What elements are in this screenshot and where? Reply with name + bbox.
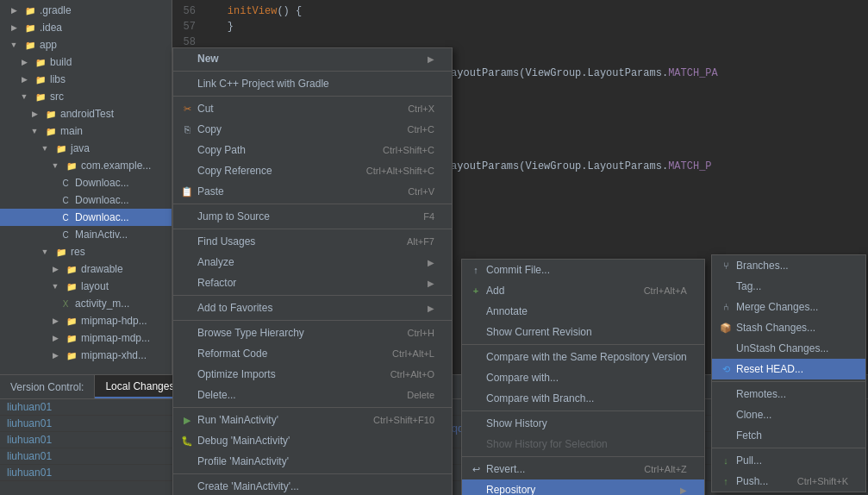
file-icon: C: [59, 193, 72, 207]
folder-icon: 📁: [65, 159, 78, 172]
menu-item-commit-file[interactable]: ↑ Commit File...: [462, 260, 704, 280]
menu-item-reset-head[interactable]: ⟲ Reset HEAD...: [712, 359, 865, 379]
tree-item-download3[interactable]: C Downloac...: [0, 209, 172, 226]
tree-item-idea[interactable]: ▶ 📁 .idea: [0, 19, 172, 36]
tree-item-activity-m[interactable]: X activity_m...: [0, 295, 172, 312]
menu-item-revert[interactable]: ↩ Revert... Ctrl+Alt+Z: [462, 459, 704, 479]
menu-label: Copy: [197, 123, 222, 135]
tree-item-res[interactable]: ▼ 📁 res: [0, 243, 172, 260]
menu-item-find-usages[interactable]: Find Usages Alt+F7: [173, 231, 452, 252]
menu-item-run[interactable]: ▶ Run 'MainActivity' Ctrl+Shift+F10: [173, 410, 452, 430]
menu-label: UnStash Changes...: [736, 342, 828, 354]
menu-item-pull[interactable]: ↓ Pull...: [712, 450, 865, 471]
menu-item-remotes[interactable]: Remotes...: [712, 384, 865, 404]
menu-label: Merge Changes...: [736, 301, 818, 313]
tree-label: main: [60, 125, 83, 137]
menu-item-link-cpp[interactable]: Link C++ Project with Gradle: [173, 73, 452, 94]
menu-item-paste[interactable]: 📋 Paste Ctrl+V: [173, 181, 452, 202]
code-line: 57 }: [172, 19, 868, 34]
menu-item-copy-path[interactable]: Copy Path Ctrl+Shift+C: [173, 140, 452, 160]
shortcut-label: Ctrl+Shift+C: [383, 145, 434, 155]
menu-item-show-rev[interactable]: Show Current Revision: [462, 322, 704, 342]
run-icon: ▶: [180, 413, 194, 427]
shortcut-label: Ctrl+X: [408, 103, 434, 114]
shortcut-label: Alt+F7: [407, 236, 434, 247]
menu-item-copy[interactable]: ⎘ Copy Ctrl+C: [173, 119, 452, 140]
empty-icon: [180, 347, 194, 360]
folder-icon: 📁: [54, 245, 68, 259]
tree-item-src[interactable]: ▼ 📁 src: [0, 88, 172, 105]
menu-item-push[interactable]: ↑ Push... Ctrl+Shift+K: [712, 471, 865, 492]
menu-item-merge-changes[interactable]: ⑃ Merge Changes...: [712, 297, 865, 317]
tree-item-build[interactable]: ▶ 📁 build: [0, 53, 172, 71]
menu-label: Link C++ Project with Gradle: [197, 78, 329, 90]
tree-item-mipmap-xhd[interactable]: ▶ 📁 mipmap-xhd...: [0, 347, 172, 364]
folder-icon: 📁: [23, 38, 37, 52]
menu-item-add[interactable]: + Add Ctrl+Alt+A: [462, 280, 704, 301]
menu-item-branches[interactable]: ⑂ Branches...: [712, 255, 865, 276]
file-icon: C: [59, 228, 72, 241]
profile-icon: [180, 454, 194, 468]
menu-item-fetch[interactable]: Fetch: [712, 425, 865, 446]
menu-item-create-main[interactable]: Create 'MainActivity'...: [173, 476, 452, 495]
tree-label: src: [50, 91, 64, 103]
tree-item-java[interactable]: ▼ 📁 java: [0, 140, 172, 157]
create-icon: [180, 479, 194, 493]
pull-icon: ↓: [719, 454, 733, 467]
menu-item-compare-branch[interactable]: Compare with Branch...: [462, 388, 704, 409]
empty-icon: [180, 164, 194, 178]
menu-label: Add to Favorites: [197, 302, 272, 314]
tree-label: res: [71, 246, 85, 258]
menu-item-stash-changes[interactable]: 📦 Stash Changes...: [712, 317, 865, 338]
tab-version-control[interactable]: Version Control:: [0, 375, 95, 398]
menu-item-repository[interactable]: Repository ▶: [462, 479, 704, 495]
menu-label: Tag...: [736, 280, 761, 292]
menu-item-profile[interactable]: Profile 'MainActivity': [173, 451, 452, 472]
menu-item-analyze[interactable]: Analyze ▶: [173, 252, 452, 273]
menu-item-clone[interactable]: Clone...: [712, 404, 865, 425]
tree-item-layout[interactable]: ▼ 📁 layout: [0, 278, 172, 295]
tree-item-mainactiv[interactable]: C MainActiv...: [0, 226, 172, 243]
menu-item-delete[interactable]: Delete... Delete: [173, 385, 452, 405]
tree-item-mipmap-mdp[interactable]: ▶ 📁 mipmap-mdp...: [0, 329, 172, 347]
tree-item-drawable[interactable]: ▶ 📁 drawable: [0, 260, 172, 278]
tree-item-download1[interactable]: C Downloac...: [0, 174, 172, 191]
menu-item-browse-type[interactable]: Browse Type Hierarchy Ctrl+H: [173, 323, 452, 343]
tree-item-download2[interactable]: C Downloac...: [0, 191, 172, 209]
tree-item-mipmap-hdp[interactable]: ▶ 📁 mipmap-hdp...: [0, 312, 172, 329]
menu-item-optimize-imports[interactable]: Optimize Imports Ctrl+Alt+O: [173, 364, 452, 385]
tree-item-gradle[interactable]: ▶ 📁 .gradle: [0, 2, 172, 19]
tree-item-androidtest[interactable]: ▶ 📁 androidTest: [0, 105, 172, 122]
menu-item-compare-same[interactable]: Compare with the Same Repository Version: [462, 347, 704, 367]
submenu-arrow: ▶: [428, 54, 434, 64]
menu-item-show-history-sel[interactable]: Show History for Selection: [462, 434, 704, 454]
menu-item-tag[interactable]: Tag...: [712, 276, 865, 297]
menu-label: Repository: [486, 484, 535, 495]
tree-item-libs[interactable]: ▶ 📁 libs: [0, 71, 172, 88]
menu-item-refactor[interactable]: Refactor ▶: [173, 273, 452, 293]
tree-item-main[interactable]: ▼ 📁 main: [0, 122, 172, 140]
file-icon: C: [59, 176, 72, 190]
menu-item-debug[interactable]: 🐛 Debug 'MainActivity': [173, 430, 452, 451]
tree-item-app[interactable]: ▼ 📁 app: [0, 36, 172, 53]
tree-item-com-example[interactable]: ▼ 📁 com.example...: [0, 157, 172, 174]
menu-label: Optimize Imports: [197, 368, 276, 380]
menu-item-unstash-changes[interactable]: UnStash Changes...: [712, 338, 865, 359]
menu-item-add-fav[interactable]: Add to Favorites ▶: [173, 298, 452, 318]
menu-separator: [173, 320, 452, 321]
paste-icon: 📋: [180, 185, 194, 198]
menu-item-compare-with[interactable]: Compare with...: [462, 367, 704, 388]
menu-item-annotate[interactable]: Annotate: [462, 301, 704, 322]
menu-item-copy-ref[interactable]: Copy Reference Ctrl+Alt+Shift+C: [173, 160, 452, 181]
menu-item-jump[interactable]: Jump to Source F4: [173, 206, 452, 227]
menu-label: Run 'MainActivity': [197, 414, 278, 426]
tree-label: mipmap-mdp...: [81, 332, 150, 344]
menu-item-show-history[interactable]: Show History: [462, 413, 704, 434]
menu-item-new[interactable]: New ▶: [173, 48, 452, 69]
shortcut-label: F4: [423, 211, 434, 222]
menu-item-cut[interactable]: ✂ Cut Ctrl+X: [173, 98, 452, 119]
collapse-arrow: ▶: [48, 262, 62, 276]
menu-item-reformat[interactable]: Reformat Code Ctrl+Alt+L: [173, 343, 452, 364]
menu-label: Delete...: [197, 389, 236, 401]
menu-label: Push...: [736, 475, 768, 487]
